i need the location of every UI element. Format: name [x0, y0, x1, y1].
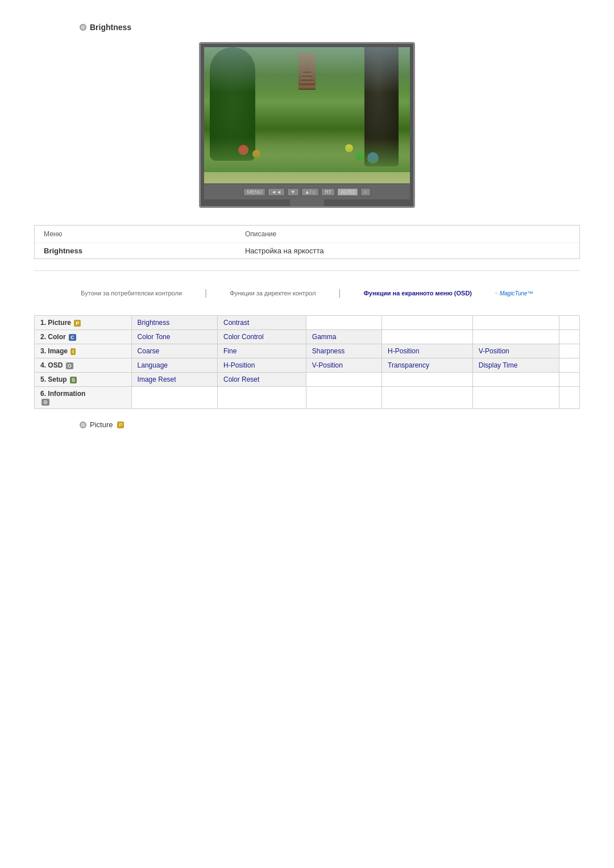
cell-empty-8	[559, 344, 580, 358]
info-icon-badge: ⊙	[42, 399, 49, 406]
cell-empty-17	[382, 387, 473, 409]
monitor-outer: MENU ◄◄ ▼ ▲/☼ RT AUTO ○	[199, 42, 415, 208]
cell-empty-9	[559, 358, 580, 373]
ctrl-power[interactable]: ○	[360, 188, 370, 196]
nav-item-osd[interactable]: Функции на екранното меню (OSD)	[363, 290, 472, 297]
cell-color-control: Color Control	[217, 330, 306, 344]
nav-divider-1: |	[205, 288, 207, 298]
cell-empty-4	[559, 316, 580, 330]
brightness-section-header: Brightness	[80, 23, 580, 32]
cell-empty-18	[472, 387, 559, 409]
cell-transparency: Transparency	[382, 358, 473, 373]
brightness-title: Brightness	[90, 23, 131, 32]
table-row: 2. Color C Color Tone Color Control Gamm…	[35, 330, 580, 344]
picture-icon-badge-bottom: P	[117, 422, 124, 428]
table-row: Brightness Настройка на яркостта	[35, 243, 579, 259]
picture-title: Picture	[90, 420, 113, 429]
nav-item-direct-control[interactable]: Функции за директен контрол	[230, 290, 316, 297]
info-table-container: Меню Описание Brightness Настройка на яр…	[34, 225, 580, 259]
cell-h-position-osd: H-Position	[217, 358, 306, 373]
sky-overlay	[204, 47, 410, 93]
cell-empty-11	[382, 373, 473, 387]
navigation-bar: Бутони за потребителски контроли | Функц…	[34, 288, 580, 298]
cell-image-reset: Image Reset	[131, 373, 217, 387]
separator	[34, 270, 580, 271]
table-row: 6. Information ⊙	[35, 387, 580, 409]
cell-empty-14	[131, 387, 217, 409]
cell-empty-10	[306, 373, 381, 387]
cell-empty-13	[559, 373, 580, 387]
monitor-image-container: MENU ◄◄ ▼ ▲/☼ RT AUTO ○	[34, 42, 580, 208]
cell-empty-12	[472, 373, 559, 387]
cell-contrast: Contrast	[217, 316, 306, 330]
table-row: 4. OSD O Language H-Position V-Position …	[35, 358, 580, 373]
picture-section-header: Picture P	[80, 420, 580, 429]
cell-gamma: Gamma	[306, 330, 381, 344]
ctrl-menu[interactable]: MENU	[243, 188, 265, 196]
feature-table: 1. Picture P Brightness Contrast 2. Colo…	[34, 315, 580, 409]
brightness-label: Brightness	[35, 243, 236, 259]
cell-empty-19	[559, 387, 580, 409]
picture-icon-badge: P	[74, 320, 81, 327]
ctrl-rt[interactable]: RT	[321, 188, 335, 196]
brightness-value: Настройка на яркостта	[236, 243, 579, 259]
table-row: 5. Setup S Image Reset Color Reset	[35, 373, 580, 387]
nav-divider-2: |	[338, 288, 341, 298]
cell-sharpness: Sharpness	[306, 344, 381, 358]
monitor-screen	[204, 47, 410, 183]
ctrl-down[interactable]: ▼	[287, 188, 299, 196]
setup-icon-badge: S	[70, 377, 77, 383]
table-row: 3. Image I Coarse Fine Sharpness H-Posit…	[35, 344, 580, 358]
cell-color-reset: Color Reset	[217, 373, 306, 387]
cell-h-position: H-Position	[382, 344, 473, 358]
cell-display-time: Display Time	[472, 358, 559, 373]
image-icon-badge: I	[70, 348, 76, 355]
ctrl-up[interactable]: ▲/☼	[301, 188, 320, 196]
row-header-information: 6. Information ⊙	[35, 387, 132, 409]
row-header-color: 2. Color C	[35, 330, 132, 344]
cell-color-tone: Color Tone	[131, 330, 217, 344]
nav-item-user-controls[interactable]: Бутони за потребителски контроли	[81, 290, 182, 297]
cell-v-position: V-Position	[472, 344, 559, 358]
cell-empty-1	[306, 316, 381, 330]
osd-icon-badge: O	[66, 362, 73, 369]
bullet-icon	[80, 24, 86, 31]
ctrl-prev[interactable]: ◄◄	[268, 188, 285, 196]
cell-fine: Fine	[217, 344, 306, 358]
color-icon-badge: C	[69, 334, 76, 341]
cell-coarse: Coarse	[131, 344, 217, 358]
col-desc-header: Описание	[236, 226, 579, 243]
row-header-osd: 4. OSD O	[35, 358, 132, 373]
row-header-setup: 5. Setup S	[35, 373, 132, 387]
row-header-image: 3. Image I	[35, 344, 132, 358]
col-menu-header: Меню	[35, 226, 236, 243]
cell-empty-6	[472, 330, 559, 344]
nav-item-magictune[interactable]: ~ MagicTune™	[495, 290, 533, 297]
monitor-stand	[290, 199, 324, 206]
table-row: 1. Picture P Brightness Contrast	[35, 316, 580, 330]
flowers	[204, 138, 410, 172]
ctrl-auto[interactable]: AUTO	[337, 188, 358, 196]
cell-empty-15	[217, 387, 306, 409]
cell-empty-2	[382, 316, 473, 330]
cell-empty-16	[306, 387, 381, 409]
row-header-picture: 1. Picture P	[35, 316, 132, 330]
cell-brightness: Brightness	[131, 316, 217, 330]
cell-v-position-osd: V-Position	[306, 358, 381, 373]
cell-empty-7	[559, 330, 580, 344]
cell-empty-3	[472, 316, 559, 330]
monitor-controls: MENU ◄◄ ▼ ▲/☼ RT AUTO ○	[204, 183, 410, 199]
cell-language: Language	[131, 358, 217, 373]
cell-empty-5	[382, 330, 473, 344]
info-table: Меню Описание Brightness Настройка на яр…	[35, 226, 579, 258]
picture-bullet-icon	[80, 422, 86, 428]
